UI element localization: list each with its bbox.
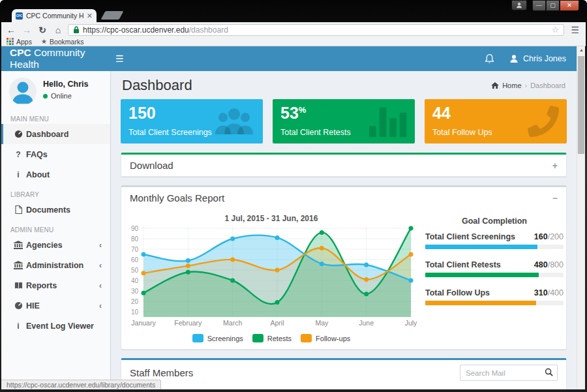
search-icon[interactable] [540, 367, 557, 379]
scrollbar-up-icon[interactable]: ▲ [577, 48, 585, 52]
goal-item: Total Follow Ups 310/400 [425, 288, 564, 305]
apps-icon [7, 38, 14, 45]
browser-toolbar: ← → ↻ ⌂ https://cpc-oscar.ucdenver.edu/d… [1, 22, 586, 37]
browser-profile-button[interactable] [511, 0, 527, 10]
address-bar[interactable]: https://cpc-oscar.ucdenver.edu/dashboard… [68, 24, 564, 36]
profile-person-icon [516, 2, 522, 8]
url-text: https://cpc-oscar.ucdenver.edu/dashboard [83, 25, 549, 35]
bookmark-star-icon[interactable]: ☆ [552, 25, 560, 35]
page-viewport: CPC Community Health ☰ Chris Jones Hello… [1, 46, 585, 389]
goal-item: Total Client Retests 480/800 [425, 260, 564, 277]
avatar [9, 78, 37, 105]
close-button[interactable]: ✕ [560, 0, 579, 11]
goal-completion: Goal Completion Total Client Screenings … [419, 211, 567, 342]
bookmarks-shortcut[interactable]: ★ Bookmarks [41, 38, 83, 46]
chart-title: 1 Jul, 2015 - 31 Jun, 2016 [124, 214, 419, 223]
apps-shortcut[interactable]: Apps [7, 38, 32, 46]
file-icon [10, 205, 26, 214]
legend-item: Screenings [192, 334, 243, 342]
stat-card-followups[interactable]: 44 Total Follow Ups [425, 99, 567, 143]
minimize-button[interactable]: — [532, 0, 546, 11]
question-icon: ? [10, 150, 26, 159]
sidebar-item-administration[interactable]: Administration ‹ [1, 255, 110, 275]
svg-text:50: 50 [131, 267, 139, 274]
chevron-left-icon: ‹ [99, 261, 110, 270]
bank-icon [10, 241, 26, 249]
close-tab-icon[interactable]: ✕ [87, 12, 93, 20]
sidebar-item-agencies[interactable]: Agencies ‹ [1, 235, 110, 255]
svg-text:80: 80 [131, 235, 139, 243]
bank-icon [10, 261, 26, 269]
staff-toolbar: ↶ ↷ ↻ 1-50/200 ‹ › [121, 385, 566, 389]
sidebar-item-dashboard[interactable]: Dashboard [1, 124, 110, 144]
home-icon[interactable]: ⌂ [52, 25, 64, 35]
user-icon [509, 54, 519, 63]
monthly-panel-title: Monthly Goals Report [130, 192, 224, 204]
svg-text:March: March [223, 319, 242, 327]
book-icon [10, 282, 26, 290]
info-icon: i [10, 170, 26, 179]
monthly-goals-panel: Monthly Goals Report − 1 Jul, 2015 - 31 … [121, 185, 567, 350]
progress-bar [425, 245, 564, 249]
cpc-favicon-icon: CPC [16, 12, 23, 20]
minus-icon[interactable]: − [552, 193, 558, 204]
back-icon[interactable]: ← [5, 25, 17, 35]
users-icon [213, 106, 255, 138]
status-link-tooltip: https://cpc-oscar.ucdenver.edu/library/d… [1, 380, 161, 389]
bookmarks-bar: Apps ★ Bookmarks [1, 37, 586, 46]
sidebar-item-faqs[interactable]: ? FAQs [1, 144, 110, 164]
menu-section-label: LIBRARY [1, 185, 110, 200]
svg-text:90: 90 [131, 225, 139, 232]
breadcrumb-current: Dashboard [530, 82, 565, 89]
user-menu[interactable]: Chris Jones [509, 54, 566, 63]
stat-card-screenings[interactable]: 150 Total Client Screenings [121, 99, 263, 143]
sidebar-item-documents[interactable]: Documents [1, 200, 110, 220]
forward-icon[interactable]: → [21, 25, 33, 35]
svg-text:April: April [270, 319, 284, 327]
maximize-button[interactable]: ▢ [546, 0, 560, 11]
sidebar: Hello, Chris Online MAIN MENU Dashboard … [1, 71, 111, 389]
svg-text:February: February [174, 319, 202, 327]
sidebar-item-event-log-viewer[interactable]: i Event Log Viewer [1, 316, 110, 336]
lock-icon [73, 25, 80, 34]
browser-menu-icon[interactable]: ☰ [568, 25, 582, 35]
svg-text:70: 70 [131, 246, 139, 253]
page-scrollbar[interactable]: ▲ [577, 46, 585, 389]
online-status-icon [43, 94, 48, 98]
user-name: Chris Jones [523, 54, 566, 63]
download-panel-title: Download [130, 160, 173, 171]
app-brand[interactable]: CPC Community Health [1, 47, 108, 70]
sidebar-item-hie[interactable]: HIE ‹ [1, 295, 110, 316]
legend-item: Follow-ups [301, 334, 350, 342]
bookmarks-star-icon: ★ [41, 38, 47, 45]
plus-icon[interactable]: + [552, 160, 558, 171]
info-icon: i [10, 322, 26, 331]
breadcrumb-home[interactable]: Home [502, 82, 521, 89]
chevron-left-icon: ‹ [99, 301, 110, 310]
chart-legend: ScreeningsRetestsFollow-ups [124, 334, 419, 342]
bell-icon[interactable] [484, 53, 495, 65]
svg-text:40: 40 [131, 277, 139, 284]
menu-section-label: MAIN MENU [1, 109, 110, 124]
sidebar-item-about[interactable]: i About [1, 164, 110, 185]
new-tab-button[interactable] [101, 11, 124, 20]
chevron-left-icon: ‹ [99, 281, 110, 290]
sidebar-toggle-icon[interactable]: ☰ [108, 53, 132, 64]
bar-chart-icon [369, 106, 407, 138]
breadcrumb: Home › Dashboard [491, 82, 565, 89]
stat-card-retests[interactable]: 53% Total Client Retests [273, 99, 415, 143]
home-icon [491, 82, 499, 89]
tachometer-icon [10, 130, 26, 138]
browser-tab[interactable]: CPC CPC Community Health ✕ [12, 9, 97, 22]
scrollbar-thumb[interactable] [578, 56, 584, 154]
tab-title: CPC Community Health [26, 12, 83, 20]
avatar-person-icon [9, 78, 37, 105]
svg-text:30: 30 [131, 288, 139, 295]
svg-text:60: 60 [131, 256, 139, 264]
svg-text:June: June [359, 319, 374, 327]
search-input[interactable] [460, 369, 540, 377]
reload-icon[interactable]: ↻ [37, 25, 48, 35]
goals-chart: 1 Jul, 2015 - 31 Jun, 2016 1020304050607… [124, 211, 419, 342]
download-panel: Download + [121, 153, 567, 177]
sidebar-item-reports[interactable]: Reports ‹ [1, 275, 110, 295]
